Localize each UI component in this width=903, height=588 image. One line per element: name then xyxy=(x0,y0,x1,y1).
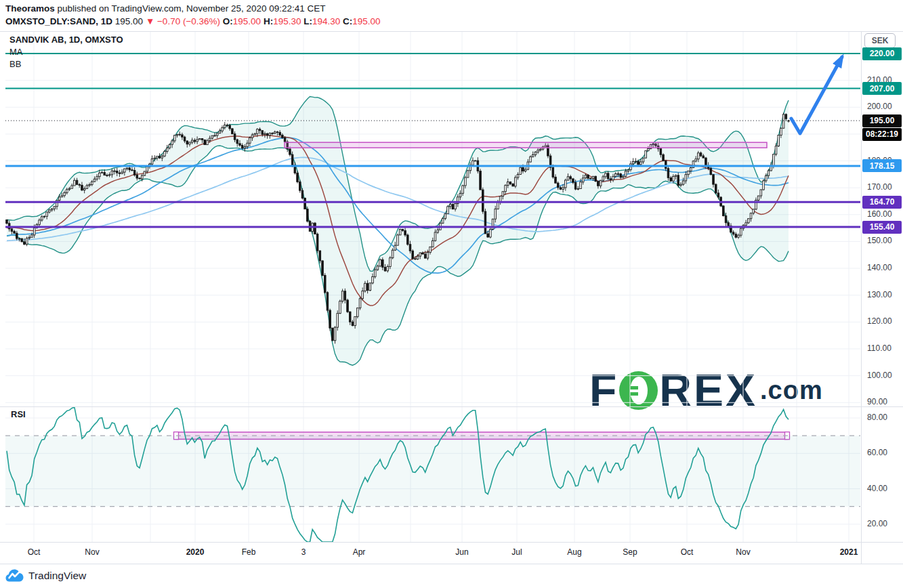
low-label: L: xyxy=(303,16,312,26)
chart-legend[interactable]: SANDVIK AB, 1D, OMXSTO MA BB xyxy=(9,34,123,70)
price-level-badge: 207.00 xyxy=(862,82,902,95)
open-value: 195.00 xyxy=(233,16,261,26)
price-tick-label: 170.00 xyxy=(867,182,892,192)
time-axis-label: Jun xyxy=(438,547,486,557)
price-level-badge: 178.15 xyxy=(862,159,902,172)
price-tick-label: 140.00 xyxy=(867,263,892,272)
time-axis-label: Feb xyxy=(225,547,272,557)
legend-bb[interactable]: BB xyxy=(9,58,123,70)
time-axis-label: Sep xyxy=(606,547,654,557)
publish-line: Theoramos published on TradingView.com, … xyxy=(5,2,381,15)
published-text: published on TradingView.com, November 2… xyxy=(55,3,326,14)
price-tick-label: 120.00 xyxy=(867,316,892,326)
time-axis-label: 2020 xyxy=(171,547,219,557)
tradingview-brand-text: TradingView xyxy=(28,570,86,582)
time-axis-label: Jul xyxy=(493,547,541,557)
tradingview-chart-screenshot: { "header": { "author": "Theoramos", "pu… xyxy=(0,0,903,588)
close-value: 195.00 xyxy=(352,16,380,26)
time-axis[interactable]: OctNov2020Feb3AprJunJulAugSepOctNov2021 xyxy=(0,543,903,564)
price-tick-label: 130.00 xyxy=(867,290,892,299)
time-axis-label: 2021 xyxy=(825,547,873,557)
symbol-interval: OMXSTO_DLY:SAND, 1D xyxy=(5,16,112,26)
high-label: H: xyxy=(264,16,273,26)
time-axis-label: Nov xyxy=(719,547,767,557)
symbol-ohlc-line: OMXSTO_DLY:SAND, 1D 195.00 ▼ −0.70 (−0.3… xyxy=(5,15,381,28)
chart-canvas[interactable] xyxy=(0,0,903,588)
price-tick-label: 200.00 xyxy=(867,102,892,111)
rsi-pane-label[interactable]: RSI xyxy=(11,409,26,419)
price-axis[interactable]: SEK 210.00200.00190.00180.00170.00160.00… xyxy=(862,31,903,564)
open-label: O: xyxy=(223,16,233,26)
high-value: 195.30 xyxy=(273,16,301,26)
trend-arrow-drawing[interactable] xyxy=(791,57,842,133)
author-name: Theoramos xyxy=(5,3,55,14)
legend-ma[interactable]: MA xyxy=(9,46,123,58)
time-axis-label: Oct xyxy=(10,547,58,557)
legend-symbol: SANDVIK AB, 1D, OMXSTO xyxy=(9,34,123,46)
rsi-tick-label: 80.00 xyxy=(867,413,887,422)
tradingview-attribution[interactable]: TradingView xyxy=(5,568,86,583)
price-level-badge: 164.70 xyxy=(862,196,902,209)
bar-countdown-badge: 08:22:19 xyxy=(862,128,902,141)
low-value: 194.30 xyxy=(312,16,340,26)
time-axis-label: Aug xyxy=(551,547,598,557)
price-change: ▼ −0.70 (−0.36%) xyxy=(146,16,220,26)
last-price: 195.00 xyxy=(115,16,143,26)
price-tick-label: 150.00 xyxy=(867,236,892,245)
price-channel-drawing[interactable] xyxy=(285,142,767,148)
price-tick-label: 110.00 xyxy=(867,343,891,353)
rsi-pane xyxy=(5,407,860,542)
last-price-badge: 195.00 xyxy=(862,114,902,127)
price-level-badge: 155.40 xyxy=(862,221,902,234)
time-axis-label: 3 xyxy=(280,547,327,557)
rsi-tick-label: 60.00 xyxy=(867,448,887,457)
rsi-tick-label: 40.00 xyxy=(867,484,887,493)
publish-header: Theoramos published on TradingView.com, … xyxy=(5,2,381,28)
close-label: C: xyxy=(343,16,352,26)
price-tick-label: 90.00 xyxy=(867,397,887,406)
time-axis-label: Oct xyxy=(663,547,711,557)
time-axis-label: Apr xyxy=(335,547,383,557)
time-axis-label: Nov xyxy=(68,547,116,557)
price-pane xyxy=(7,97,789,366)
price-tick-label: 100.00 xyxy=(867,371,892,380)
rsi-tick-label: 20.00 xyxy=(867,519,887,528)
price-level-badge: 220.00 xyxy=(862,47,902,60)
price-tick-label: 160.00 xyxy=(867,209,892,219)
tradingview-logo-icon xyxy=(5,568,24,583)
currency-toggle-button[interactable]: SEK xyxy=(864,33,896,48)
